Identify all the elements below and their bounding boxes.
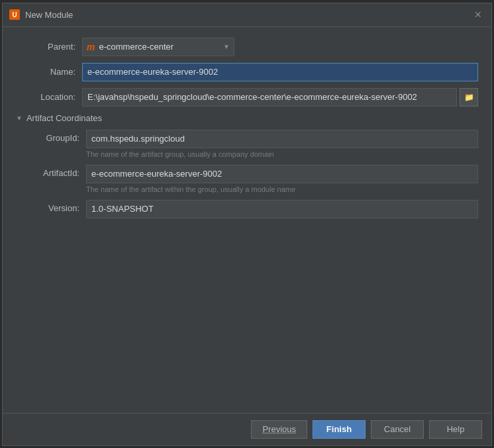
parent-control: m e-commerce-center ▼ [82,38,478,56]
cancel-button[interactable]: Cancel [371,420,424,439]
parent-row: Parent: m e-commerce-center ▼ [16,38,478,56]
artifactid-input[interactable] [86,165,478,183]
section-toggle-icon[interactable]: ▼ [16,114,23,122]
parent-icon: m [83,42,99,52]
title-bar: U New Module ✕ [3,3,491,27]
previous-button[interactable]: Previous [251,420,307,439]
parent-label: Parent: [16,42,82,52]
artifact-section-title: Artifact Coordinates [26,113,102,123]
artifactid-field-wrap: The name of the artifact within the grou… [86,165,478,196]
parent-select[interactable]: m e-commerce-center ▼ [82,38,234,56]
artifactid-row: ArtifactId: The name of the artifact wit… [26,165,478,196]
dialog-title: New Module [25,10,73,20]
dialog-icon: U [9,9,20,20]
artifactid-label: ArtifactId: [26,165,86,178]
browse-button[interactable]: 📁 [460,88,478,107]
title-bar-left: U New Module [9,9,73,20]
close-button[interactable]: ✕ [471,8,485,21]
location-row: Location: 📁 [16,88,478,107]
artifactid-hint: The name of the artifact within the grou… [86,185,478,193]
version-row: Version: [26,200,478,218]
groupid-row: GroupId: The name of the artifact group,… [26,130,478,161]
version-input[interactable] [86,200,478,218]
dropdown-arrow-icon: ▼ [219,43,234,50]
finish-button[interactable]: Finish [313,420,366,439]
name-row: Name: [16,63,478,81]
version-field-wrap [86,200,478,218]
help-button[interactable]: Help [429,420,482,439]
groupid-field-wrap: The name of the artifact group, usually … [86,130,478,161]
name-label: Name: [16,67,82,77]
groupid-hint: The name of the artifact group, usually … [86,150,478,158]
location-control: 📁 [82,88,478,107]
name-input[interactable] [82,63,478,81]
artifact-section: GroupId: The name of the artifact group,… [26,130,478,218]
version-label: Version: [26,200,86,213]
artifact-section-header: ▼ Artifact Coordinates [16,113,478,123]
groupid-label: GroupId: [26,130,86,143]
location-wrapper: 📁 [82,88,478,107]
groupid-input[interactable] [86,130,478,148]
dialog-content: Parent: m e-commerce-center ▼ Name: Loca… [3,27,491,413]
location-input[interactable] [82,88,457,107]
parent-value: e-commerce-center [99,42,219,52]
location-label: Location: [16,92,82,102]
name-control [82,63,478,81]
new-module-dialog: U New Module ✕ Parent: m e-commerce-cent… [2,3,492,446]
dialog-footer: Previous Finish Cancel Help [3,413,491,445]
